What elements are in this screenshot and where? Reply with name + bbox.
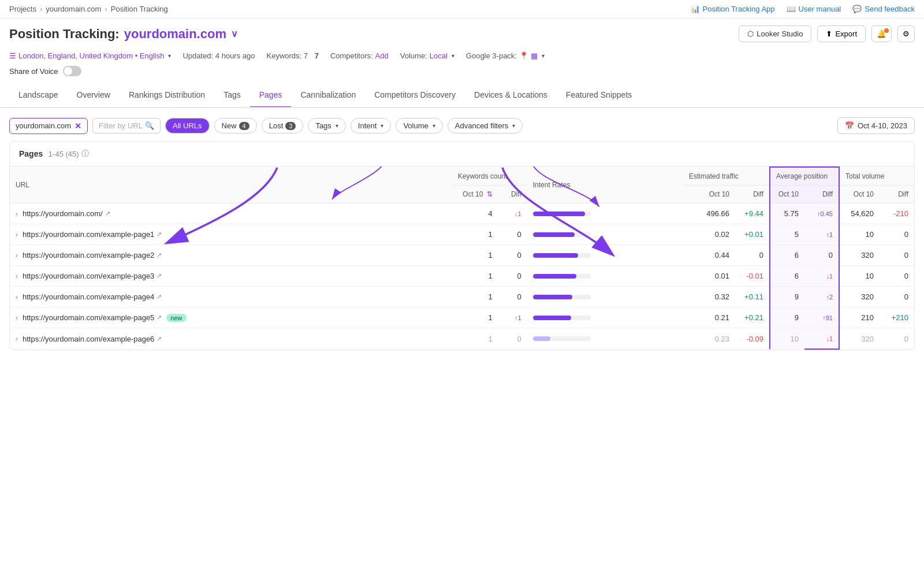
url-link[interactable]: https://yourdomain.com/example-page6 ↗ bbox=[23, 335, 162, 343]
intent-filter-button[interactable]: Intent ▾ bbox=[351, 118, 392, 134]
keywords-item: Keywords: 7 7 bbox=[267, 51, 319, 60]
notification-button[interactable]: 🔔 bbox=[871, 25, 892, 42]
tab-featured-snippets[interactable]: Featured Snippets bbox=[557, 83, 641, 108]
traffic-diff: 0 bbox=[735, 245, 770, 266]
chip-close-icon[interactable]: ✕ bbox=[74, 121, 81, 131]
th-traffic-diff: Diff bbox=[735, 186, 770, 203]
th-volume-group: Total volume bbox=[839, 167, 914, 186]
volume-value: 320 bbox=[839, 287, 880, 307]
bar-fill bbox=[533, 274, 576, 279]
header-section: Position Tracking: yourdomain.com ∨ ⬡ Lo… bbox=[0, 18, 924, 83]
advanced-filters-button[interactable]: Advanced filters ▾ bbox=[448, 118, 523, 134]
volume-type[interactable]: Local bbox=[430, 51, 448, 60]
external-link-icon: ↗ bbox=[105, 210, 110, 217]
tab-tags[interactable]: Tags bbox=[214, 83, 250, 108]
row-expand-button[interactable]: › bbox=[16, 210, 18, 218]
volume-diff: -210 bbox=[880, 203, 914, 224]
info-icon: ⓘ bbox=[81, 149, 89, 159]
row-expand-button[interactable]: › bbox=[16, 231, 18, 239]
toggle-thumb bbox=[64, 67, 72, 75]
th-intent: Intent Rates bbox=[527, 167, 683, 203]
location-chevron[interactable]: ▾ bbox=[168, 53, 171, 59]
tab-competitors-discovery[interactable]: Competitors Discovery bbox=[365, 83, 465, 108]
kw-diff: ↑1 bbox=[498, 307, 527, 328]
pack-chevron[interactable]: ▾ bbox=[542, 53, 545, 59]
row-expand-button[interactable]: › bbox=[16, 335, 18, 343]
traffic-value: 496.66 bbox=[683, 203, 735, 224]
volume-filter-button[interactable]: Volume ▾ bbox=[396, 118, 442, 134]
title-actions: ⬡ Looker Studio ⬆ Export 🔔 ⚙ bbox=[739, 25, 915, 42]
notification-dot bbox=[884, 28, 889, 33]
export-button[interactable]: ⬆ Export bbox=[817, 25, 866, 42]
tab-overview[interactable]: Overview bbox=[68, 83, 120, 108]
add-competitor-link[interactable]: Add bbox=[375, 51, 389, 60]
feedback-link[interactable]: 💬 Send feedback bbox=[852, 5, 915, 13]
url-link[interactable]: https://yourdomain.com/example-page5 ↗ bbox=[23, 313, 162, 322]
breadcrumb-section: Position Tracking bbox=[111, 5, 168, 13]
share-of-voice-toggle[interactable] bbox=[63, 66, 81, 76]
down-arrow-icon: ↓1 bbox=[515, 210, 521, 217]
kw-count: 1 bbox=[452, 328, 498, 350]
gear-icon: ⚙ bbox=[903, 29, 910, 38]
domain-chevron[interactable]: ∨ bbox=[231, 28, 238, 39]
tab-pages[interactable]: Pages bbox=[250, 83, 292, 108]
url-link[interactable]: https://yourdomain.com/example-page3 ↗ bbox=[23, 272, 162, 280]
filter-url-label: Filter by URL bbox=[99, 121, 143, 130]
tab-rankings-distribution[interactable]: Rankings Distribution bbox=[120, 83, 214, 108]
url-link[interactable]: https://yourdomain.com/example-page1 ↗ bbox=[23, 230, 162, 239]
bar-container bbox=[533, 295, 591, 299]
new-badge: new bbox=[166, 314, 186, 322]
volume-chevron[interactable]: ▾ bbox=[452, 53, 454, 59]
lost-filter-button[interactable]: Lost 3 bbox=[262, 118, 304, 134]
bar-fill bbox=[533, 253, 578, 258]
volume-diff: 0 bbox=[880, 266, 914, 287]
bar-container bbox=[533, 336, 591, 341]
row-expand-button[interactable]: › bbox=[16, 314, 18, 322]
date-range-button[interactable]: 📅 Oct 4-10, 2023 bbox=[837, 117, 915, 134]
intent-bar bbox=[527, 328, 683, 350]
domain-title[interactable]: yourdomain.com bbox=[124, 27, 226, 42]
bar-fill bbox=[533, 316, 571, 320]
table-row: › https://yourdomain.com/example-page6 ↗… bbox=[10, 328, 914, 350]
row-expand-button[interactable]: › bbox=[16, 251, 18, 260]
traffic-diff: +0.01 bbox=[735, 224, 770, 245]
row-expand-button[interactable]: › bbox=[16, 293, 18, 301]
url-link[interactable]: https://yourdomain.com/example-page2 ↗ bbox=[23, 251, 162, 260]
position-value: 9 bbox=[770, 307, 804, 328]
new-badge-count: 4 bbox=[239, 122, 249, 130]
url-link[interactable]: https://yourdomain.com/example-page4 ↗ bbox=[23, 292, 162, 301]
location-link[interactable]: London, England, United Kingdom • Englis… bbox=[18, 51, 164, 60]
url-cell: › https://yourdomain.com/example-page4 ↗ bbox=[10, 287, 452, 307]
external-link-icon: ↗ bbox=[157, 272, 162, 280]
tab-landscape[interactable]: Landscape bbox=[9, 83, 68, 108]
tab-cannibalization[interactable]: Cannibalization bbox=[291, 83, 365, 108]
volume-diff: 0 bbox=[880, 287, 914, 307]
filter-row: yourdomain.com ✕ Filter by URL 🔍 All URL… bbox=[9, 117, 915, 134]
tags-filter-button[interactable]: Tags ▾ bbox=[308, 118, 345, 134]
manual-link[interactable]: 📖 User manual bbox=[787, 5, 841, 13]
new-filter-button[interactable]: New 4 bbox=[214, 118, 257, 134]
settings-button[interactable]: ⚙ bbox=[897, 25, 915, 42]
th-kw-oct[interactable]: Oct 10 ⇅ bbox=[452, 186, 498, 203]
app-icon: 📊 bbox=[691, 5, 700, 13]
breadcrumb-projects[interactable]: Projects bbox=[9, 5, 36, 13]
volume-diff: 0 bbox=[880, 245, 914, 266]
meta-row: ☰ London, England, United Kingdom • Engl… bbox=[9, 48, 915, 64]
bar-fill bbox=[533, 336, 550, 341]
app-link[interactable]: 📊 Position Tracking App bbox=[691, 5, 775, 13]
tab-devices-locations[interactable]: Devices & Locations bbox=[465, 83, 557, 108]
all-urls-button[interactable]: All URLs bbox=[165, 118, 210, 134]
url-filter-input[interactable]: Filter by URL 🔍 bbox=[92, 118, 161, 134]
map-icon: 📍 bbox=[519, 51, 528, 60]
url-link[interactable]: https://yourdomain.com/ ↗ bbox=[23, 209, 110, 218]
table-header-row: Pages 1-45 (45) ⓘ bbox=[10, 142, 914, 166]
volume-value: 54,620 bbox=[839, 203, 880, 224]
traffic-diff: -0.09 bbox=[735, 328, 770, 350]
sort-icon: ⇅ bbox=[487, 190, 493, 198]
breadcrumb-domain[interactable]: yourdomain.com bbox=[46, 5, 101, 13]
domain-chip[interactable]: yourdomain.com ✕ bbox=[9, 118, 88, 134]
looker-studio-button[interactable]: ⬡ Looker Studio bbox=[739, 25, 811, 42]
th-pos-oct: Oct 10 bbox=[770, 186, 804, 203]
url-cell: › https://yourdomain.com/example-page1 ↗ bbox=[10, 224, 452, 245]
row-expand-button[interactable]: › bbox=[16, 272, 18, 280]
